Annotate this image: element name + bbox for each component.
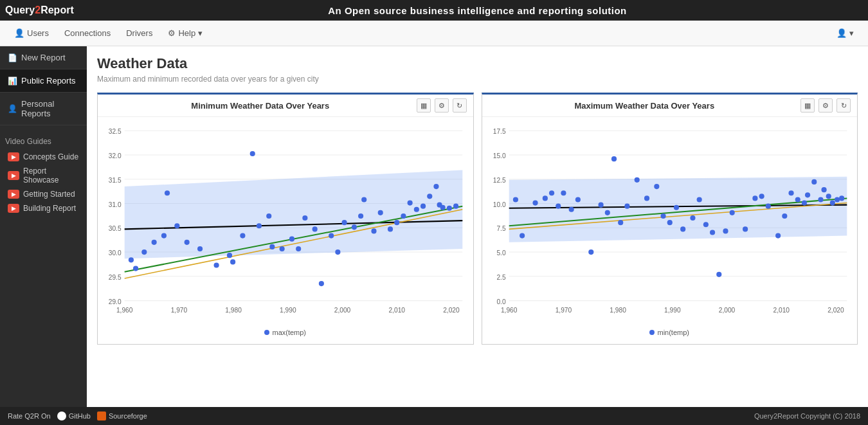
svg-point-132: [788, 190, 793, 195]
svg-point-112: [634, 177, 639, 183]
sidebar-item-personal-reports[interactable]: 👤 Personal Reports: [0, 93, 87, 125]
chart-icon: 📊: [8, 77, 17, 86]
svg-point-126: [743, 226, 748, 231]
youtube-icon: ▶: [8, 190, 19, 199]
video-guide-building-report[interactable]: ▶ Building Report: [5, 201, 82, 215]
svg-point-130: [775, 233, 781, 239]
svg-point-106: [588, 249, 593, 255]
nav-connections[interactable]: Connections: [57, 21, 118, 46]
legend-dot-2: [649, 330, 655, 335]
svg-point-97: [512, 197, 518, 202]
chart-max-legend: min(temp): [486, 326, 854, 340]
main-content: Weather Data Maximum and minimum recorde…: [87, 46, 868, 407]
svg-text:1,980: 1,980: [225, 307, 242, 314]
svg-point-105: [575, 197, 580, 202]
svg-text:1,970: 1,970: [171, 307, 188, 314]
svg-point-127: [752, 195, 757, 201]
svg-point-41: [257, 223, 262, 228]
svg-text:32.5: 32.5: [109, 128, 122, 135]
svg-point-53: [352, 224, 357, 230]
chart-max-title: Maximum Weather Data Over Years: [489, 101, 801, 111]
svg-point-29: [141, 249, 147, 255]
github-link[interactable]: GitHub: [57, 411, 91, 420]
svg-point-102: [556, 204, 561, 209]
nav-bar: 👤 Users Connections Drivers ⚙ Help ▾ 👤 ▾: [0, 21, 868, 46]
svg-point-141: [834, 197, 839, 202]
video-guide-concepts[interactable]: ▶ Concepts Guide: [5, 150, 82, 164]
svg-point-57: [378, 210, 383, 215]
video-guide-getting-started[interactable]: ▶ Getting Started: [5, 187, 82, 201]
user-icon: 👤: [14, 28, 24, 38]
page-title: Weather Data: [97, 55, 858, 72]
chart-max-weather: Maximum Weather Data Over Years ▦ ⚙ ↻ 17…: [482, 93, 858, 345]
profile-icon: 👤: [836, 28, 847, 38]
chart-max-svg: 17.5 15.0 12.5 10.0 7.5 5.0 2.5 0.0: [486, 121, 854, 324]
chart-min-legend: max(temp): [102, 326, 469, 340]
svg-point-30: [152, 240, 157, 245]
chart-max-controls: ▦ ⚙ ↻: [800, 98, 851, 113]
chart-min-settings-btn[interactable]: ⚙: [435, 98, 449, 113]
svg-point-58: [388, 226, 393, 231]
chart-max-body: 17.5 15.0 12.5 10.0 7.5 5.0 2.5 0.0: [482, 117, 858, 344]
svg-text:30.0: 30.0: [109, 249, 122, 257]
youtube-icon: ▶: [8, 204, 19, 213]
footer: Rate Q2R On GitHub Sourceforge Query2Rep…: [0, 407, 868, 425]
footer-copyright: Query2Report Copyright (C) 2018: [754, 412, 860, 420]
chart-min-legend-label: max(temp): [272, 329, 306, 336]
sidebar-item-public-reports[interactable]: 📊 Public Reports: [0, 69, 87, 93]
svg-point-49: [319, 281, 324, 286]
svg-point-137: [818, 197, 823, 202]
sidebar: 📄 New Report 📊 Public Reports 👤 Personal…: [0, 46, 87, 407]
github-icon: [57, 411, 66, 420]
logo-area: Query2Report: [0, 0, 87, 21]
svg-text:2,020: 2,020: [443, 307, 460, 314]
youtube-icon: ▶: [8, 152, 19, 161]
nav-user-profile[interactable]: 👤 ▾: [829, 21, 862, 46]
svg-point-117: [673, 205, 678, 210]
svg-point-56: [371, 228, 376, 233]
page-subtitle: Maximum and minimum recorded data over y…: [97, 75, 858, 84]
svg-text:29.0: 29.0: [109, 298, 122, 305]
svg-point-51: [335, 249, 340, 255]
svg-point-32: [165, 190, 170, 195]
svg-text:2,020: 2,020: [827, 307, 844, 314]
chart-max-settings-btn[interactable]: ⚙: [818, 98, 833, 113]
svg-point-111: [624, 204, 629, 209]
svg-point-42: [266, 213, 271, 219]
svg-text:2,000: 2,000: [334, 307, 351, 314]
nav-users[interactable]: 👤 Users: [6, 21, 57, 46]
chart-min-controls: ▦ ⚙ ↻: [417, 98, 467, 113]
rate-label: Rate Q2R On: [8, 412, 51, 420]
svg-point-54: [358, 213, 363, 219]
sourceforge-link[interactable]: Sourceforge: [97, 411, 147, 420]
svg-point-114: [654, 184, 659, 189]
svg-text:15.0: 15.0: [493, 152, 505, 159]
svg-point-98: [520, 233, 525, 239]
svg-text:12.5: 12.5: [493, 177, 505, 184]
svg-point-110: [618, 220, 623, 225]
video-guide-showcase[interactable]: ▶ Report Showcase: [5, 164, 82, 187]
svg-point-113: [644, 195, 649, 201]
svg-point-108: [604, 210, 610, 215]
svg-point-36: [214, 262, 219, 267]
chart-max-bar-btn[interactable]: ▦: [800, 98, 815, 113]
chart-min-refresh-btn[interactable]: ↻: [453, 98, 467, 113]
nav-drivers[interactable]: Drivers: [118, 21, 160, 46]
chart-min-bar-btn[interactable]: ▦: [417, 98, 431, 113]
svg-point-63: [420, 204, 426, 209]
sourceforge-icon: [97, 411, 106, 420]
svg-point-38: [230, 259, 235, 264]
help-icon: ⚙: [168, 28, 176, 38]
svg-text:2,000: 2,000: [718, 307, 735, 314]
nav-help[interactable]: ⚙ Help ▾: [160, 21, 210, 46]
svg-point-120: [696, 197, 701, 202]
svg-text:1,960: 1,960: [500, 307, 517, 314]
sidebar-item-new-report[interactable]: 📄 New Report: [0, 46, 87, 69]
svg-point-62: [414, 207, 419, 212]
svg-point-116: [667, 220, 672, 225]
svg-marker-23: [125, 170, 463, 259]
file-icon: 📄: [8, 53, 17, 62]
chart-max-legend-label: min(temp): [657, 329, 689, 336]
chart-max-refresh-btn[interactable]: ↻: [836, 98, 851, 113]
svg-text:1,960: 1,960: [116, 307, 133, 314]
